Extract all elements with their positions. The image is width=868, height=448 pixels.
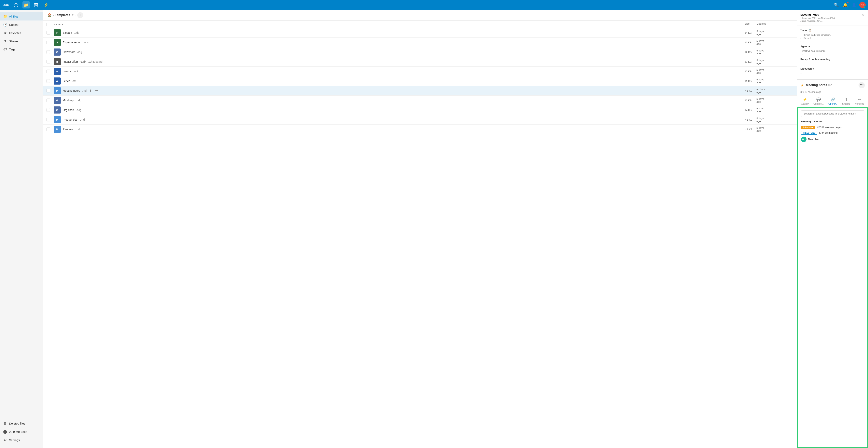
milestone-badge: MILESTONE — [801, 131, 817, 135]
file-more-button[interactable]: ••• — [92, 118, 97, 122]
avatar-initials: RB — [861, 4, 864, 6]
file-share-button[interactable]: ⬆ — [83, 98, 88, 103]
row-checkbox[interactable] — [46, 79, 54, 83]
breadcrumb-share-icon[interactable]: ⬆ — [71, 13, 74, 17]
file-name-ext: .ods — [83, 41, 89, 44]
file-row-name: W Letter.odt ⬆ ••• — [54, 77, 745, 85]
file-more-button[interactable]: ••• — [84, 79, 89, 83]
sidebar-item-all-files[interactable]: 📁 All files — [0, 12, 43, 21]
file-share-button[interactable]: ⬆ — [89, 89, 93, 93]
file-row[interactable]: W Invoice.odt ⬆ ••• 17 KB 5 days ago — [43, 67, 797, 76]
file-share-button[interactable]: ⬆ — [90, 40, 95, 45]
shares-icon: ⬆ — [3, 39, 7, 43]
row-checkbox[interactable] — [46, 108, 54, 112]
file-row[interactable]: ▣ Impact effort matrix.whiteboard ⬆ ••• … — [43, 57, 797, 67]
file-name-ext: .odt — [73, 70, 78, 73]
search-icon[interactable]: 🔍 — [833, 1, 840, 8]
files-nav-icon[interactable]: 📁 — [23, 1, 30, 8]
row-checkbox[interactable] — [46, 118, 54, 121]
row-checkbox[interactable] — [46, 31, 54, 34]
file-modified: 5 days ago — [756, 78, 768, 84]
tab-activity[interactable]: ⚡ Activity — [799, 96, 811, 107]
name-column-header[interactable]: Name ▲ — [54, 22, 745, 26]
file-detail-menu-button[interactable]: ••• — [859, 82, 865, 88]
tab-sharing[interactable]: ⬆ Sharing — [840, 96, 852, 107]
relation-user: NU New User — [801, 136, 864, 142]
sidebar-item-label: Favorites — [9, 31, 21, 35]
file-share-button[interactable]: ⬆ — [80, 69, 84, 74]
file-more-button[interactable]: ••• — [94, 89, 99, 93]
file-more-button[interactable]: ••• — [87, 31, 92, 35]
sidebar-item-deleted-files[interactable]: 🗑 Deleted files — [0, 419, 43, 427]
photos-nav-icon[interactable]: 🖼 — [33, 2, 39, 8]
file-more-button[interactable]: ••• — [89, 108, 94, 112]
file-row-name: G Org chart.odg ⬆ ••• — [54, 106, 745, 114]
row-checkbox[interactable] — [46, 99, 54, 102]
sidebar-item-settings[interactable]: ⚙ Settings — [0, 436, 43, 444]
file-more-button[interactable]: ••• — [89, 98, 94, 102]
file-type-icon: W — [54, 77, 61, 85]
avatar[interactable]: RB — [859, 2, 866, 8]
file-row[interactable]: P Elegant.odp ⬆ ••• 14 KB 5 days ago — [43, 28, 797, 38]
star-icon[interactable]: ★ — [800, 83, 804, 88]
row-checkbox[interactable] — [46, 70, 54, 73]
recent-icon: 🕐 — [3, 23, 7, 27]
preview-close-button[interactable]: ✕ — [862, 13, 865, 17]
milestone-name: Kick-off meeting — [819, 131, 837, 134]
file-row[interactable]: M Product plan.md ⬆ ••• < 1 KB 5 days ag… — [43, 115, 797, 125]
work-package-search-input[interactable] — [801, 110, 864, 117]
relation-item-scheduled: Scheduled #6532 – A new project — [801, 125, 864, 129]
sidebar-item-favorites[interactable]: ★ Favorites — [0, 29, 43, 37]
sidebar-item-recent[interactable]: 🕐 Recent — [0, 21, 43, 29]
file-row[interactable]: M Readme.md ⬆ ••• < 1 KB 5 days ago — [43, 125, 797, 134]
file-share-button[interactable]: ⬆ — [84, 50, 88, 54]
file-row[interactable]: M Meeting notes.md ⬆ ••• < 1 KB an hour … — [43, 86, 797, 96]
sidebar-item-label: All files — [9, 15, 19, 18]
row-checkbox[interactable] — [46, 50, 54, 54]
file-name-base: Mindmap — [63, 99, 74, 102]
file-share-button[interactable]: ⬆ — [84, 108, 88, 113]
file-size: 14 KB — [745, 108, 756, 111]
file-share-button[interactable]: ⬆ — [78, 79, 82, 84]
tab-versions[interactable]: ↩ Versions — [852, 96, 866, 107]
file-size: 17 KB — [745, 70, 756, 73]
file-more-button[interactable]: ••• — [87, 127, 92, 131]
breadcrumb-add-button[interactable]: + — [77, 12, 83, 18]
row-checkbox[interactable] — [46, 89, 54, 92]
search-container — [801, 110, 864, 117]
file-row[interactable]: G Org chart.odg ⬆ ••• 14 KB 5 days ago — [43, 105, 797, 115]
file-name-ext: .odp — [74, 31, 79, 34]
tab-comments[interactable]: 💬 Comme... — [811, 96, 826, 107]
file-more-button[interactable]: ••• — [85, 69, 90, 73]
file-more-button[interactable]: ••• — [96, 40, 101, 44]
activity-nav-icon[interactable]: ⚡ — [42, 1, 50, 8]
file-modified: 5 days ago — [756, 49, 768, 55]
file-row[interactable]: G Flowchart.odg ⬆ ••• 12 KB 5 days ago — [43, 47, 797, 57]
file-more-button[interactable]: ••• — [89, 50, 94, 54]
row-checkbox[interactable] — [46, 41, 54, 44]
file-share-button[interactable]: ⬆ — [87, 118, 91, 122]
file-row[interactable]: G Mindmap.odg ⬆ ••• 13 KB 5 days ago — [43, 96, 797, 105]
file-row[interactable]: S Expense report.ods ⬆ ••• 13 KB 5 days … — [43, 38, 797, 47]
notification-icon[interactable]: 🔔 — [842, 1, 849, 8]
contacts-icon[interactable]: 👤 — [850, 1, 858, 8]
file-share-button[interactable]: ⬆ — [82, 127, 86, 132]
row-checkbox[interactable] — [46, 60, 54, 63]
logo[interactable] — [2, 3, 9, 7]
circle-nav-icon[interactable]: ◯ — [12, 1, 19, 8]
file-row-name: M Readme.md ⬆ ••• — [54, 126, 745, 133]
file-share-button[interactable]: ⬆ — [104, 60, 108, 64]
sidebar-item-tags[interactable]: 🏷 Tags — [0, 45, 43, 54]
file-name-base: Expense report — [63, 41, 82, 44]
file-share-button[interactable]: ⬆ — [82, 31, 86, 35]
file-more-button[interactable]: ••• — [110, 60, 115, 64]
sidebar-item-label: Settings — [9, 438, 20, 442]
file-row[interactable]: W Letter.odt ⬆ ••• 16 KB 5 days ago — [43, 76, 797, 86]
sidebar-item-shares[interactable]: ⬆ Shares — [0, 37, 43, 45]
file-modified: 5 days ago — [756, 68, 768, 74]
home-breadcrumb[interactable]: 🏠 — [47, 13, 52, 17]
file-name-base: Flowchart — [63, 51, 75, 54]
row-checkbox[interactable] — [46, 128, 54, 131]
check-all[interactable] — [46, 22, 54, 26]
tab-openproject[interactable]: 🔗 OpenP... — [826, 96, 840, 107]
